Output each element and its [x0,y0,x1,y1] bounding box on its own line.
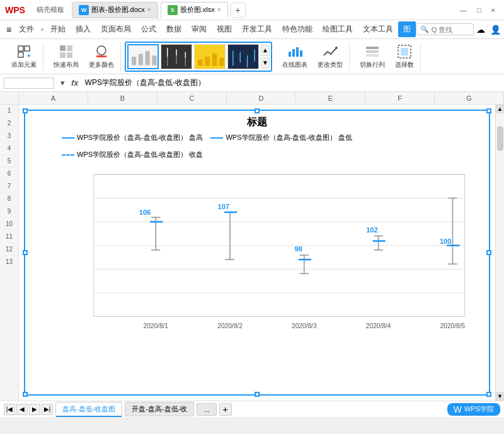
svg-text:2020/8/3: 2020/8/3 [292,323,317,329]
xls-tab-close[interactable]: × [217,6,221,13]
change-type-icon [323,44,338,59]
row-num-4: 4 [0,142,18,155]
formula-input[interactable] [83,77,500,89]
formula-bar: ▾ fx [0,74,504,92]
svg-rect-10 [132,57,136,66]
svg-rect-9 [96,55,106,57]
chart-thumb-2[interactable] [161,44,192,69]
quick-layout-button[interactable]: 快速布局 [50,43,83,71]
search-box[interactable]: 🔍 [416,23,474,35]
thumb-nav-down[interactable]: ▼ [261,57,270,69]
sheet-nav-next[interactable]: ▶ [29,404,40,415]
cell-ref-input[interactable] [4,77,54,89]
svg-rect-20 [198,59,203,66]
menu-file[interactable]: 文件 [14,21,39,37]
legend-color-low [210,137,223,139]
online-chart-button[interactable]: 在线图表 [278,43,311,71]
svg-rect-28 [289,52,291,57]
row-num-8: 8 [0,193,18,205]
row-num-2: 2 [0,117,18,130]
formula-expand-icon[interactable]: ▾ [58,77,67,89]
menu-toggle[interactable]: ≡ [4,25,14,35]
col-header-c: C [158,92,227,105]
toolbar-layout-group: 快速布局 更多颜色 [47,43,121,71]
menu-chart[interactable]: 图 [398,21,416,37]
menu-review[interactable]: 审阅 [186,21,212,37]
scroll-thumb[interactable] [497,126,503,151]
maximize-button[interactable]: □ [473,5,485,15]
menu-expand-icon[interactable]: » [39,23,45,35]
sheet-nav-last[interactable]: ▶| [42,404,53,415]
menu-start[interactable]: 开始 [45,21,71,37]
sheet-nav-prev[interactable]: ◀ [16,404,28,415]
row-num-3: 3 [0,130,18,142]
chart-legend: WPS学院股价（盘高-盘低-收盘图） 盘高 WPS学院股价（盘高-盘低-收盘图）… [30,133,484,159]
sheet-tab-ellipsis[interactable]: ... [197,403,216,416]
doc-tab[interactable]: W 图表-股价图.docx × [72,2,158,18]
chart-handle-ml[interactable] [23,250,28,255]
switch-icon [365,44,380,59]
svg-rect-21 [205,57,210,66]
toolbar-online-group: 在线图表 更改类型 [276,43,350,71]
add-element-button[interactable]: + 添加元素 [8,43,40,71]
menu-view[interactable]: 视图 [212,21,237,37]
svg-text:102: 102 [366,226,378,234]
change-color-button[interactable]: 更多颜色 [85,43,118,71]
template-tab[interactable]: 稿壳模板 [32,4,69,16]
menu-page-layout[interactable]: 页面布局 [96,21,136,37]
svg-rect-12 [146,51,150,66]
user-icon[interactable]: 👤 [490,25,501,35]
menu-data[interactable]: 数据 [161,21,186,37]
select-data-button[interactable]: 选择数 [391,43,418,71]
sheet-tab-2[interactable]: 开盘-盘高-盘低-收 [125,402,194,416]
row-num-5: 5 [0,155,18,168]
legend-item-close: WPS学院股价（盘高-盘低-收盘图） 收盘 [62,150,484,159]
search-icon: 🔍 [420,25,429,33]
doc-tab-close[interactable]: × [147,6,151,13]
chart-handle-mr[interactable] [486,250,491,255]
thumb-nav-up[interactable]: ▲ [261,45,270,56]
menu-dev[interactable]: 开发工具 [237,21,277,37]
chart-handle-tr[interactable] [486,108,491,113]
chart-thumb-3[interactable] [194,44,226,69]
switch-row-col-button[interactable]: 切换行列 [356,43,389,71]
change-type-button[interactable]: 更改类型 [314,43,346,71]
chart-thumb-1[interactable] [127,44,159,69]
menu-formula[interactable]: 公式 [136,21,161,37]
chart-container[interactable]: 标题 WPS学院股价（盘高-盘低-收盘图） 盘高 WPS学院股价（盘高-盘低-收… [24,110,490,396]
row-numbers: 12345678910111213 [0,105,19,401]
change-color-icon [94,44,109,59]
sheet-content: 12345678910111213 标题 WPS学院股价（盘高-盘低-收盘图） … [0,105,504,401]
chart-thumb-4[interactable] [227,44,259,69]
sheet-tab-1[interactable]: 盘高-盘低-收盘图 [55,402,122,417]
chart-handle-bl[interactable] [23,392,28,397]
chart-handle-bm[interactable] [255,392,260,397]
chart-handle-tm[interactable] [255,108,260,113]
menu-special[interactable]: 特色功能 [277,21,318,37]
search-input[interactable] [432,26,469,33]
svg-rect-6 [60,52,66,58]
xls-icon: S [168,5,178,15]
sheet-nav-first[interactable]: |◀ [4,404,15,415]
menu-insert[interactable]: 插入 [71,21,96,37]
quick-layout-label: 快速布局 [54,60,79,69]
menu-draw[interactable]: 绘图工具 [318,21,358,37]
sheet-add-button[interactable]: + [219,403,232,416]
close-button[interactable]: × [488,5,499,15]
xls-tab[interactable]: S 股价图.xlsx × [161,2,228,18]
menu-text[interactable]: 文本工具 [358,21,398,37]
cloud-icon[interactable]: ☁ [476,25,485,35]
svg-rect-22 [212,54,217,66]
scroll-up-button[interactable]: ▲ [496,105,505,113]
quick-layout-icon [59,44,74,59]
new-tab-button[interactable]: + [231,3,246,18]
minimize-button[interactable]: — [456,5,471,15]
row-num-11: 11 [0,231,18,243]
vertical-scrollbar[interactable]: ▲ ▼ [495,105,504,401]
chart-handle-tl[interactable] [23,108,28,113]
scroll-down-button[interactable]: ▼ [496,392,505,401]
online-chart-icon [287,44,302,59]
chart-thumbnails: ▲ ▼ [125,42,272,72]
chart-handle-br[interactable] [486,392,491,397]
svg-rect-1 [25,46,30,51]
